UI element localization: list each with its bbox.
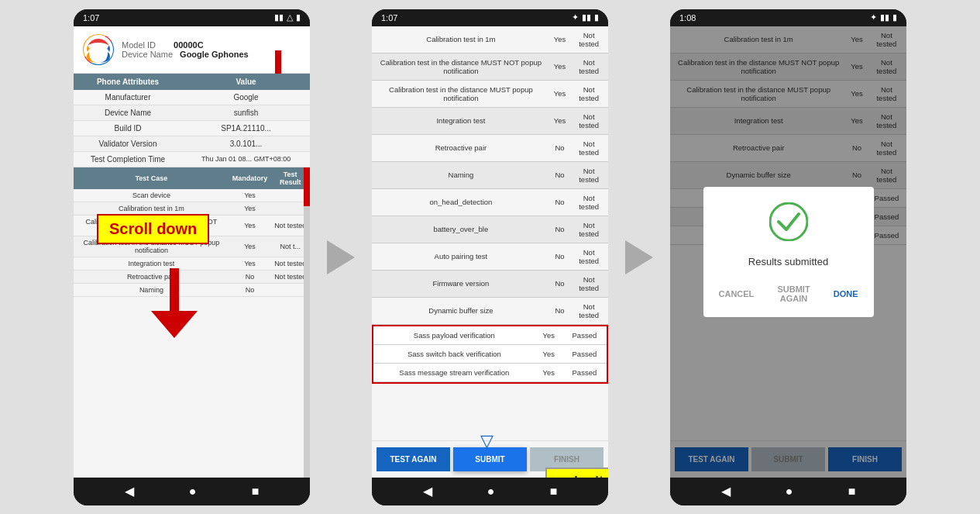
phone-content-1: Model ID 00000C Device Name Google Gphon… — [74, 26, 310, 478]
home-button-3[interactable]: ● — [786, 485, 793, 498]
status-icons-1: ▮▮ △ ▮ — [274, 12, 301, 22]
model-id-value: 00000C — [174, 40, 204, 50]
phone-content-3: Calibration test in 1m Yes Not tested Ca… — [670, 26, 906, 478]
phone-screen-3: 1:08 ✦ ▮▮ ▮ Calibration test in 1m Yes N… — [670, 9, 906, 505]
s2-row-9: Auto pairing test No Not tested — [372, 243, 608, 270]
test-again-button-2[interactable]: TEST AGAIN — [377, 447, 450, 471]
home-button-1[interactable]: ● — [189, 485, 197, 498]
svg-marker-2 — [151, 311, 198, 338]
s2-row-6: Naming No Not tested — [372, 161, 608, 188]
scroll-arrow — [151, 268, 198, 341]
signal-icon-2: ▮▮ — [582, 12, 591, 22]
status-bar-2: 1:07 ✦ ▮▮ ▮ — [372, 9, 608, 26]
phone-content-2: Calibration test in 1m Yes Not tested Ca… — [372, 26, 608, 478]
recent-button-2[interactable]: ■ — [550, 485, 558, 498]
test-section-1: Test Case Mandatory Test Result Scan dev… — [74, 167, 310, 478]
sass-table: Sass payload verification Yes Passed Sas… — [373, 326, 607, 382]
battery-icon-2: ▮ — [594, 12, 599, 22]
device-name-label: Device Name — [122, 50, 173, 59]
s2-row-3: Calibration test in the distance MUST po… — [372, 80, 608, 107]
sass-section: SASS items Sass payload verification Yes… — [372, 325, 608, 384]
scroll-annotation: Scroll down — [97, 214, 209, 244]
arrow-right-2 — [625, 240, 653, 274]
recent-button-1[interactable]: ■ — [252, 485, 260, 498]
nav-bar-3: ◀ ● ■ — [670, 478, 906, 505]
attr-row-completion: Test Completion Time Thu Jan 01 08... GM… — [74, 151, 310, 167]
arrow-right-1 — [327, 240, 355, 274]
screen2-table: Calibration test in 1m Yes Not tested Ca… — [372, 26, 608, 325]
back-button-2[interactable]: ◀ — [423, 484, 432, 498]
s2-row-11: Dynamic buffer size No Not tested — [372, 297, 608, 324]
arrow-1 — [318, 240, 364, 274]
bottom-area-2: TEST AGAIN SUBMIT FINISH ▽ submit — [372, 440, 608, 478]
attr-header-name: Phone Attributes — [74, 74, 182, 90]
time-1: 1:07 — [83, 13, 99, 22]
test-col-mandatory: Mandatory — [229, 167, 271, 189]
model-id-label: Model ID — [122, 40, 156, 50]
s2-row-5: Retroactive pair No Not tested — [372, 134, 608, 161]
time-2: 1:07 — [381, 13, 397, 22]
scrollbar-thumb[interactable] — [304, 167, 310, 206]
sass-row-2: Sass switch back verification Yes Passed — [373, 344, 607, 363]
dialog-buttons: CANCEL SUBMIT AGAIN DONE — [716, 280, 861, 308]
device-info: Model ID 00000C Device Name Google Gphon… — [122, 40, 249, 59]
attr-row-manufacturer: Manufacturer Google — [74, 90, 310, 105]
submit-annotation: submit — [545, 467, 608, 478]
bluetooth-icon-3: ✦ — [870, 12, 877, 22]
test-col-case: Test Case — [74, 167, 229, 189]
s2-row-10: Firmware version No Not tested — [372, 270, 608, 297]
battery-icon-1: ▮ — [296, 12, 301, 22]
s2-row-7: on_head_detection No Not tested — [372, 188, 608, 216]
nav-bar-2: ◀ ● ■ — [372, 478, 608, 505]
attributes-table: Phone Attributes Value Manufacturer Goog… — [74, 74, 310, 167]
scroll-indicator — [275, 50, 281, 74]
main-container: 1:07 ▮▮ △ ▮ M — [66, 0, 914, 514]
attr-row-devicename: Device Name sunfish — [74, 105, 310, 120]
battery-icon-3: ▮ — [892, 12, 897, 22]
home-button-2[interactable]: ● — [487, 485, 495, 498]
device-name-value: Google Gphones — [180, 50, 249, 59]
phone-screen-1: 1:07 ▮▮ △ ▮ M — [74, 9, 310, 505]
svg-point-3 — [770, 203, 807, 240]
status-bar-1: 1:07 ▮▮ △ ▮ — [74, 9, 310, 26]
nav-bar-1: ◀ ● ■ — [74, 478, 310, 505]
s2-row-8: battery_over_ble No Not tested — [372, 216, 608, 243]
device-name-row: Device Name Google Gphones — [122, 50, 249, 59]
dialog-done-button[interactable]: DONE — [830, 280, 861, 308]
dialog-submit-again-button[interactable]: SUBMIT AGAIN — [760, 280, 827, 308]
check-icon — [716, 202, 861, 248]
bluetooth-icon-2: ✦ — [572, 12, 579, 22]
attr-header-value: Value — [182, 74, 310, 90]
results-dialog: Results submitted CANCEL SUBMIT AGAIN DO… — [703, 187, 874, 317]
time-3: 1:08 — [679, 13, 696, 22]
scrollbar-track[interactable] — [304, 167, 310, 478]
model-id-row: Model ID 00000C — [122, 40, 249, 50]
status-icons-3: ✦ ▮▮ ▮ — [870, 12, 897, 22]
back-button-3[interactable]: ◀ — [721, 484, 731, 498]
dialog-overlay: Results submitted CANCEL SUBMIT AGAIN DO… — [670, 26, 906, 478]
cursor-hand: ▽ — [480, 431, 493, 451]
back-button-1[interactable]: ◀ — [125, 484, 134, 498]
status-bar-3: 1:08 ✦ ▮▮ ▮ — [670, 9, 906, 26]
test-row-cal1m: Calibration test in 1m Yes — [74, 202, 310, 215]
arrow-2 — [616, 240, 662, 274]
status-icons-2: ✦ ▮▮ ▮ — [572, 12, 599, 22]
device-logo — [83, 34, 114, 65]
s2-row-2: Calibration test in the distance MUST NO… — [372, 53, 608, 80]
dialog-cancel-button[interactable]: CANCEL — [716, 280, 758, 308]
wifi-icon-1: △ — [287, 12, 293, 22]
signal-icon-1: ▮▮ — [274, 12, 284, 22]
sass-row-3: Sass message stream verification Yes Pas… — [373, 363, 607, 381]
s2-row-4: Integration test Yes Not tested — [372, 107, 608, 134]
signal-icon-3: ▮▮ — [880, 12, 889, 22]
test-list-2: Calibration test in 1m Yes Not tested Ca… — [372, 26, 608, 440]
s2-row-1: Calibration test in 1m Yes Not tested — [372, 26, 608, 53]
attr-row-buildid: Build ID SP1A.21110... — [74, 120, 310, 136]
sass-row-1: Sass payload verification Yes Passed — [373, 326, 607, 345]
recent-button-3[interactable]: ■ — [848, 485, 856, 498]
test-row-scan: Scan device Yes — [74, 189, 310, 202]
attr-row-validator: Validator Version 3.0.101... — [74, 136, 310, 151]
phone-screen-2: 1:07 ✦ ▮▮ ▮ Calibration test in 1m Yes N… — [372, 9, 608, 505]
dialog-title: Results submitted — [716, 256, 861, 267]
